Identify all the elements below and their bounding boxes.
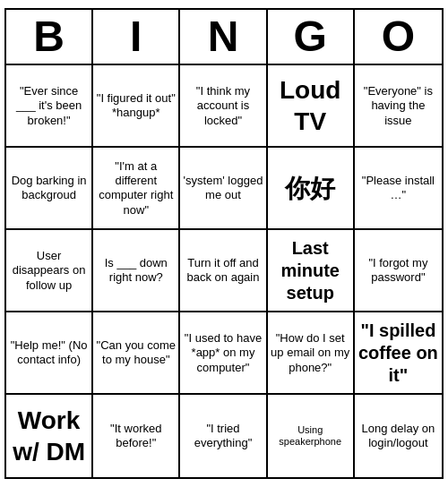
- bingo-cell: 你好: [268, 148, 355, 230]
- bingo-cell: Last minute setup: [268, 230, 355, 312]
- bingo-card: BINGO "Ever since ___ it's been broken!"…: [4, 8, 444, 480]
- bingo-header-letter: N: [180, 10, 267, 64]
- bingo-cell: "How do I set up email on my phone?": [268, 312, 355, 395]
- bingo-cell: Is ___ down right now?: [93, 230, 180, 312]
- bingo-cell: "It worked before!": [93, 395, 180, 477]
- bingo-cell: 'system' logged me out: [180, 148, 267, 230]
- bingo-cell: Loud TV: [268, 65, 355, 148]
- bingo-grid: "Ever since ___ it's been broken!""I fig…: [6, 65, 442, 477]
- bingo-header: BINGO: [6, 10, 442, 66]
- bingo-header-letter: G: [268, 10, 355, 64]
- bingo-cell: Using speakerphone: [268, 395, 355, 477]
- bingo-cell: "I'm at a different computer right now": [93, 148, 180, 230]
- bingo-cell: "I figured it out" *hangup*: [93, 65, 180, 148]
- bingo-cell: "Please install …": [355, 148, 442, 230]
- bingo-cell: "I spilled coffee on it": [355, 312, 442, 395]
- bingo-cell: "I used to have *app* on my computer": [180, 312, 267, 395]
- bingo-cell: Long delay on login/logout: [355, 395, 442, 477]
- bingo-header-letter: I: [93, 10, 180, 64]
- bingo-cell: "I tried everything": [180, 395, 267, 477]
- bingo-cell: Work w/ DM: [6, 395, 93, 477]
- bingo-cell: User disappears on follow up: [6, 230, 93, 312]
- bingo-header-letter: O: [355, 10, 442, 64]
- bingo-cell: "I think my account is locked": [180, 65, 267, 148]
- bingo-cell: "Help me!" (No contact info): [6, 312, 93, 395]
- bingo-cell: "Ever since ___ it's been broken!": [6, 65, 93, 148]
- bingo-header-letter: B: [6, 10, 93, 64]
- bingo-cell: "Everyone" is having the issue: [355, 65, 442, 148]
- bingo-cell: "Can you come to my house": [93, 312, 180, 395]
- bingo-cell: "I forgot my password": [355, 230, 442, 312]
- bingo-cell: Dog barking in backgroud: [6, 148, 93, 230]
- bingo-cell: Turn it off and back on again: [180, 230, 267, 312]
